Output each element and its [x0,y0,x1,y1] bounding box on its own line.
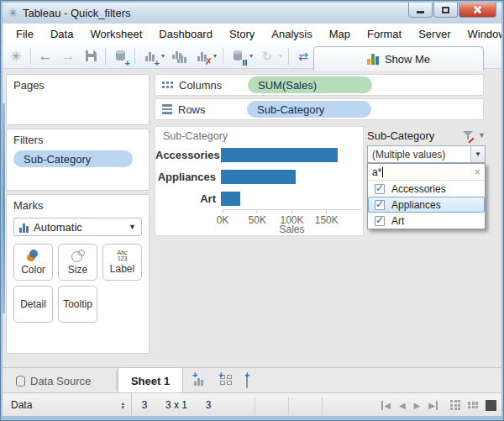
label-icon: Abc 123 [117,250,127,261]
redo-button[interactable]: → [60,48,76,65]
filter-pill-label: Sub-Category [24,153,91,166]
menu-data[interactable]: Data [42,25,81,43]
duplicate-sheet-button[interactable] [171,48,187,65]
new-worksheet-button[interactable]: + [141,48,158,65]
color-label: Color [21,264,45,276]
pause-updates-caret[interactable]: ▾ [249,52,253,60]
menu-file[interactable]: File [8,25,42,43]
menu-story[interactable]: Story [221,25,263,43]
spinner-icon[interactable]: ▴▾ [121,401,124,409]
filter-dropdown-list: a* × Accessories Appliances Art [367,163,486,229]
size-button[interactable]: Size [58,244,97,281]
filter-menu-caret-icon[interactable]: ▼ [478,131,486,139]
menu-server[interactable]: Server [410,25,459,43]
filter-search-field[interactable]: a* × [368,164,485,181]
next-page-icon[interactable]: ▶ [414,401,421,410]
title-bar[interactable]: ✳ Tableau - Quick_filters [3,3,501,24]
x-axis-title: Sales [223,224,361,235]
status-divider [255,397,255,414]
marks-label: Marks [13,199,142,212]
filter-item-appliances[interactable]: Appliances [368,197,485,213]
status-data-selector[interactable]: Data ▴▾ [4,393,132,417]
category-label[interactable]: Accessories [155,149,221,161]
size-label: Size [68,264,87,276]
minimize-button[interactable] [408,3,433,18]
label-button[interactable]: Abc 123 Label [102,244,142,281]
rows-shelf[interactable]: Rows Sub-Category [155,98,484,120]
single-view-icon[interactable] [486,400,496,411]
new-worksheet-tab-button[interactable]: + [194,375,208,387]
bar-appliances[interactable] [221,170,296,184]
sheet1-tab[interactable]: Sheet 1 [118,368,183,393]
category-label[interactable]: Appliances [155,171,221,183]
filter-item-label: Appliances [391,199,441,211]
filter-item-art[interactable]: Art [368,213,485,229]
status-divider [288,397,289,414]
pause-updates-button[interactable] [229,48,246,65]
columns-shelf[interactable]: Columns SUM(Sales) [155,74,484,96]
save-button[interactable] [82,48,99,65]
menu-worksheet[interactable]: Worksheet [81,25,150,43]
menu-window[interactable]: Window [459,25,504,43]
checkbox-icon[interactable] [375,200,385,210]
chevron-down-icon: ▼ [129,223,136,231]
bar-chart-icon [19,222,29,233]
columns-pill-sum-sales[interactable]: SUM(Sales) [248,76,372,93]
edit-filter-icon[interactable] [463,130,474,140]
rows-pill-sub-category[interactable]: Sub-Category [247,101,371,118]
new-datasource-button[interactable]: + [112,48,129,65]
data-source-tab[interactable]: Data Source [8,368,99,393]
refresh-caret[interactable]: ▾ [279,52,282,60]
clear-search-icon[interactable]: × [474,166,480,178]
chart-column-header: Sub-Category [163,130,228,142]
plus-icon: + [125,60,130,66]
mark-type-dropdown[interactable]: Automatic ▼ [13,218,142,236]
detail-button[interactable]: Detail [13,286,53,323]
status-bar: Data ▴▾ 3 3 x 1 3 ◀ ◀ ▶ ▶ [3,392,501,417]
bar-art[interactable] [221,192,240,206]
last-page-icon[interactable]: ▶ [428,401,438,410]
filter-item-accessories[interactable]: Accessories [368,181,485,197]
film-view-icon[interactable] [468,402,478,409]
bar-accessories[interactable] [221,148,338,162]
minimize-icon [417,11,424,13]
checkbox-icon[interactable] [375,184,385,194]
refresh-button[interactable]: ↻ [259,48,276,65]
new-dashboard-tab-button[interactable]: + [220,375,234,387]
label-label: Label [110,263,134,275]
combobox-value: (Multiple values) [368,149,470,161]
undo-button[interactable]: ← [37,48,54,65]
new-story-tab-button[interactable]: + [246,375,260,387]
swap-rows-columns-button[interactable]: ⇄ [295,48,312,65]
filter-item-label: Art [391,215,404,227]
first-page-icon[interactable]: ◀ [381,401,391,410]
filter-value-combobox[interactable]: (Multiple values) ▼ [367,145,486,163]
tooltip-button[interactable]: Tooltip [58,286,97,323]
close-button[interactable] [459,3,496,18]
chart-view[interactable]: Sub-Category Accessories Appliances Art … [155,126,364,236]
menu-map[interactable]: Map [321,25,359,43]
clear-sheet-caret[interactable]: ▾ [213,52,217,60]
menu-format[interactable]: Format [359,25,410,43]
clear-sheet-button[interactable]: ✗ [193,48,210,65]
show-me-button[interactable]: Show Me [313,46,484,71]
menu-dashboard[interactable]: Dashboard [150,25,221,43]
filter-pill-sub-category[interactable]: Sub-Category [13,150,133,167]
new-worksheet-caret[interactable]: ▾ [161,52,165,60]
maximize-button[interactable] [433,3,458,18]
previous-page-icon[interactable]: ◀ [399,401,406,410]
grid-view-icon[interactable] [450,400,460,410]
combobox-dropdown-button[interactable]: ▼ [470,146,485,162]
save-icon [85,50,97,62]
checkbox-icon[interactable] [375,216,385,226]
menu-bar: File Data Worksheet Dashboard Story Anal… [3,24,501,44]
show-me-icon [367,54,379,65]
tableau-start-icon[interactable]: ✳ [8,48,24,65]
maximize-icon [442,7,449,13]
category-label[interactable]: Art [155,192,221,205]
worksheet-icon [145,50,155,61]
menu-analysis[interactable]: Analysis [263,25,320,43]
color-button[interactable]: Color [13,244,53,281]
rows-icon [162,104,172,114]
color-icon [26,250,40,262]
